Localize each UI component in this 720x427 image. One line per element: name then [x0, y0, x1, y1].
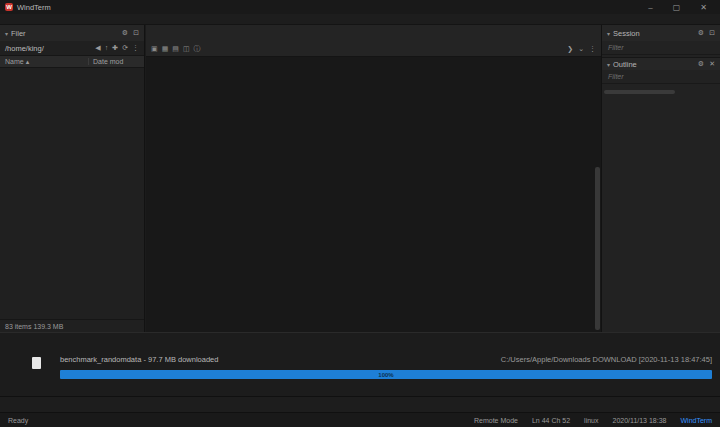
filer-footer: 83 items 139.3 MB — [0, 319, 144, 332]
add-icon[interactable]: ✚ — [112, 44, 118, 52]
outline-filter-input[interactable]: Filter — [602, 70, 720, 84]
collapse-icon[interactable]: ▾ — [5, 30, 8, 37]
outline-header[interactable]: ▾ Outline ⚙ ✕ — [602, 57, 720, 70]
info-icon[interactable]: ⓘ — [194, 44, 201, 54]
column-name[interactable]: Name ▴ — [0, 58, 88, 66]
status-ready: Ready — [8, 417, 28, 424]
maximize-icon[interactable]: ▢ — [673, 3, 681, 12]
outline-title: Outline — [613, 60, 637, 69]
status-bar: Ready Remote Mode Ln 44 Ch 52 linux 2020… — [0, 412, 720, 427]
close-icon[interactable]: ✕ — [700, 3, 707, 12]
refresh-icon[interactable]: ⟳ — [122, 44, 128, 52]
chevron-down-icon[interactable]: ⌄ — [578, 45, 584, 53]
quick-toolbar — [0, 396, 720, 412]
gear-icon[interactable]: ⚙ — [698, 60, 704, 68]
minimize-icon[interactable]: – — [648, 3, 652, 12]
close-icon[interactable]: ✕ — [709, 60, 715, 68]
transfer-progress-bar: 100% — [60, 370, 712, 379]
outline-hscrollbar[interactable] — [602, 88, 720, 96]
pin-icon[interactable]: ⊡ — [133, 29, 139, 37]
terminal-panel: ▣ ▦ ▤ ◫ ⓘ ❯ ⌄ ⋮ — [146, 25, 601, 332]
filer-path-bar[interactable]: /home/king/ ◀ ↑ ✚ ⟳ ⋮ — [0, 41, 144, 56]
progress-label: 100% — [378, 372, 393, 378]
session-title: Session — [613, 29, 640, 38]
status-mode[interactable]: Remote Mode — [474, 417, 518, 424]
breadcrumb-bar: ▣ ▦ ▤ ◫ ⓘ ❯ ⌄ ⋮ — [146, 42, 601, 57]
session-header[interactable]: ▾ Session ⚙ ⊡ — [602, 25, 720, 41]
kebab-menu-icon[interactable]: ⋮ — [132, 44, 139, 52]
session-filter-input[interactable]: Filter — [602, 41, 720, 55]
transfer-pane: benchmark_randomdata - 97.7 MB downloade… — [0, 332, 720, 396]
split-grid-icon[interactable]: ▦ — [162, 45, 169, 53]
kebab-menu-icon[interactable]: ⋮ — [589, 45, 596, 53]
tab-bar — [146, 25, 601, 42]
current-path[interactable]: /home/king/ — [5, 44, 44, 53]
window-title: WindTerm — [17, 3, 51, 12]
status-cursor-position[interactable]: Ln 44 Ch 52 — [532, 417, 570, 424]
gear-icon[interactable]: ⚙ — [122, 29, 128, 37]
status-brand-link[interactable]: WindTerm — [680, 417, 712, 424]
gear-icon[interactable]: ⚙ — [698, 29, 704, 37]
title-bar: W WindTerm – ▢ ✕ — [0, 0, 720, 14]
app-logo-icon: W — [5, 3, 13, 11]
split-vertical-icon[interactable]: ◫ — [183, 45, 190, 53]
pin-icon[interactable]: ⊡ — [709, 29, 715, 37]
filer-header[interactable]: ▾ Filer ⚙ ⊡ — [0, 25, 144, 41]
up-icon[interactable]: ↑ — [105, 44, 109, 52]
windterm-window: W WindTerm – ▢ ✕ ▾ Filer ⚙ ⊡ /home/king/… — [0, 0, 720, 427]
collapse-icon[interactable]: ▾ — [607, 61, 610, 68]
new-window-icon[interactable]: ▣ — [151, 45, 158, 53]
file-list — [0, 68, 144, 319]
collapse-icon[interactable]: ▾ — [607, 30, 610, 37]
terminal-output[interactable] — [146, 57, 601, 332]
sort-asc-icon: ▴ — [26, 58, 30, 66]
chevron-right-icon[interactable]: ❯ — [567, 45, 573, 53]
session-panel: ▾ Session ⚙ ⊡ Filter ▾ Outline ⚙ ✕ Filte… — [601, 25, 720, 332]
transfer-file-name: benchmark_randomdata - 97.7 MB downloade… — [60, 355, 218, 364]
status-os[interactable]: linux — [584, 417, 598, 424]
split-horizontal-icon[interactable]: ▤ — [172, 45, 179, 53]
menu-bar — [0, 14, 720, 25]
transfer-destination: C:/Users/Apple/Downloads DOWNLOAD [2020-… — [501, 355, 712, 364]
filer-title: Filer — [11, 29, 26, 38]
column-date-modified[interactable]: Date mod — [88, 58, 144, 65]
filer-column-headers: Name ▴ Date mod — [0, 56, 144, 68]
status-datetime: 2020/11/13 18:38 — [613, 417, 667, 424]
transfer-item[interactable]: benchmark_randomdata - 97.7 MB downloade… — [30, 355, 712, 364]
back-icon[interactable]: ◀ — [95, 44, 100, 52]
terminal-scrollbar[interactable] — [595, 167, 600, 330]
filer-panel: ▾ Filer ⚙ ⊡ /home/king/ ◀ ↑ ✚ ⟳ ⋮ Name ▴… — [0, 25, 145, 332]
transfer-tabs — [0, 333, 720, 348]
